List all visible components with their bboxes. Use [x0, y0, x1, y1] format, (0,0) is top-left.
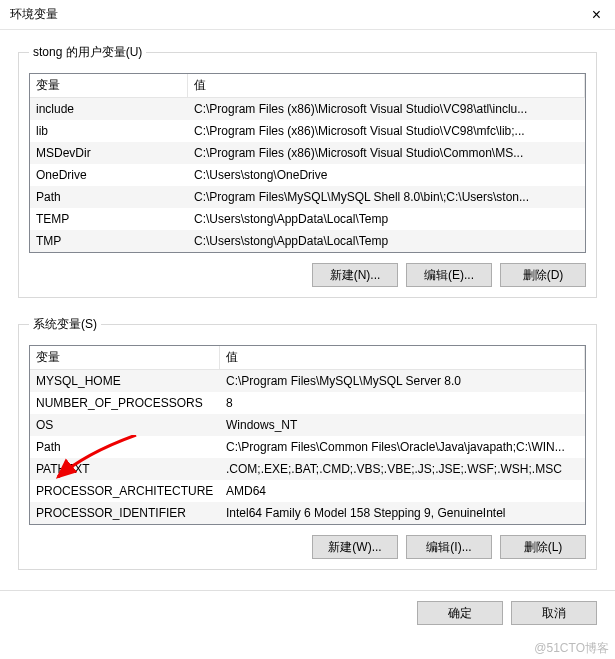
var-name: include	[30, 102, 188, 116]
var-name: OneDrive	[30, 168, 188, 182]
var-name: MSDevDir	[30, 146, 188, 160]
var-value: C:\Users\stong\AppData\Local\Temp	[188, 234, 585, 248]
sys-edit-button[interactable]: 编辑(I)...	[406, 535, 492, 559]
var-value: C:\Users\stong\AppData\Local\Temp	[188, 212, 585, 226]
table-row[interactable]: OneDriveC:\Users\stong\OneDrive	[30, 164, 585, 186]
system-variables-group: 系统变量(S) 变量 值 MYSQL_HOMEC:\Program Files\…	[18, 316, 597, 570]
user-variables-legend: stong 的用户变量(U)	[29, 44, 146, 61]
table-row[interactable]: libC:\Program Files (x86)\Microsoft Visu…	[30, 120, 585, 142]
var-name: TEMP	[30, 212, 188, 226]
var-value: Windows_NT	[220, 418, 585, 432]
var-value: C:\Program Files\Common Files\Oracle\Jav…	[220, 440, 585, 454]
table-row[interactable]: MSDevDirC:\Program Files (x86)\Microsoft…	[30, 142, 585, 164]
cancel-button[interactable]: 取消	[511, 601, 597, 625]
var-name: TMP	[30, 234, 188, 248]
user-edit-button[interactable]: 编辑(E)...	[406, 263, 492, 287]
user-variables-table[interactable]: 变量 值 includeC:\Program Files (x86)\Micro…	[29, 73, 586, 253]
table-row[interactable]: PROCESSOR_ARCHITECTUREAMD64	[30, 480, 585, 502]
ok-button[interactable]: 确定	[417, 601, 503, 625]
table-row[interactable]: PATHEXT.COM;.EXE;.BAT;.CMD;.VBS;.VBE;.JS…	[30, 458, 585, 480]
table-row[interactable]: TMPC:\Users\stong\AppData\Local\Temp	[30, 230, 585, 252]
table-row[interactable]: PathC:\Program Files\MySQL\MySQL Shell 8…	[30, 186, 585, 208]
table-row[interactable]: PROCESSOR_IDENTIFIERIntel64 Family 6 Mod…	[30, 502, 585, 524]
sys-delete-button[interactable]: 删除(L)	[500, 535, 586, 559]
user-col-value[interactable]: 值	[188, 74, 585, 97]
table-row[interactable]: NUMBER_OF_PROCESSORS8	[30, 392, 585, 414]
var-value: 8	[220, 396, 585, 410]
var-value: C:\Program Files (x86)\Microsoft Visual …	[188, 146, 585, 160]
var-value: C:\Program Files\MySQL\MySQL Shell 8.0\b…	[188, 190, 585, 204]
var-value: C:\Program Files\MySQL\MySQL Server 8.0	[220, 374, 585, 388]
sys-col-name[interactable]: 变量	[30, 346, 220, 369]
var-name: Path	[30, 190, 188, 204]
watermark: @51CTO博客	[534, 640, 609, 657]
table-row[interactable]: includeC:\Program Files (x86)\Microsoft …	[30, 98, 585, 120]
user-delete-button[interactable]: 删除(D)	[500, 263, 586, 287]
table-row[interactable]: OSWindows_NT	[30, 414, 585, 436]
titlebar: 环境变量 ×	[0, 0, 615, 30]
var-value: .COM;.EXE;.BAT;.CMD;.VBS;.VBE;.JS;.JSE;.…	[220, 462, 585, 476]
user-variables-group: stong 的用户变量(U) 变量 值 includeC:\Program Fi…	[18, 44, 597, 298]
var-value: C:\Program Files (x86)\Microsoft Visual …	[188, 124, 585, 138]
system-variables-table[interactable]: 变量 值 MYSQL_HOMEC:\Program Files\MySQL\My…	[29, 345, 586, 525]
sys-new-button[interactable]: 新建(W)...	[312, 535, 398, 559]
var-name: PROCESSOR_ARCHITECTURE	[30, 484, 220, 498]
close-icon[interactable]: ×	[586, 6, 607, 24]
var-name: lib	[30, 124, 188, 138]
var-value: Intel64 Family 6 Model 158 Stepping 9, G…	[220, 506, 585, 520]
var-name: NUMBER_OF_PROCESSORS	[30, 396, 220, 410]
user-col-name[interactable]: 变量	[30, 74, 188, 97]
sys-col-value[interactable]: 值	[220, 346, 585, 369]
user-new-button[interactable]: 新建(N)...	[312, 263, 398, 287]
var-value: C:\Program Files (x86)\Microsoft Visual …	[188, 102, 585, 116]
var-name: MYSQL_HOME	[30, 374, 220, 388]
table-row[interactable]: MYSQL_HOMEC:\Program Files\MySQL\MySQL S…	[30, 370, 585, 392]
table-row[interactable]: TEMPC:\Users\stong\AppData\Local\Temp	[30, 208, 585, 230]
table-row[interactable]: PathC:\Program Files\Common Files\Oracle…	[30, 436, 585, 458]
window-title: 环境变量	[10, 6, 58, 23]
var-name: PATHEXT	[30, 462, 220, 476]
var-value: AMD64	[220, 484, 585, 498]
var-name: OS	[30, 418, 220, 432]
system-variables-legend: 系统变量(S)	[29, 316, 101, 333]
var-name: Path	[30, 440, 220, 454]
var-name: PROCESSOR_IDENTIFIER	[30, 506, 220, 520]
var-value: C:\Users\stong\OneDrive	[188, 168, 585, 182]
